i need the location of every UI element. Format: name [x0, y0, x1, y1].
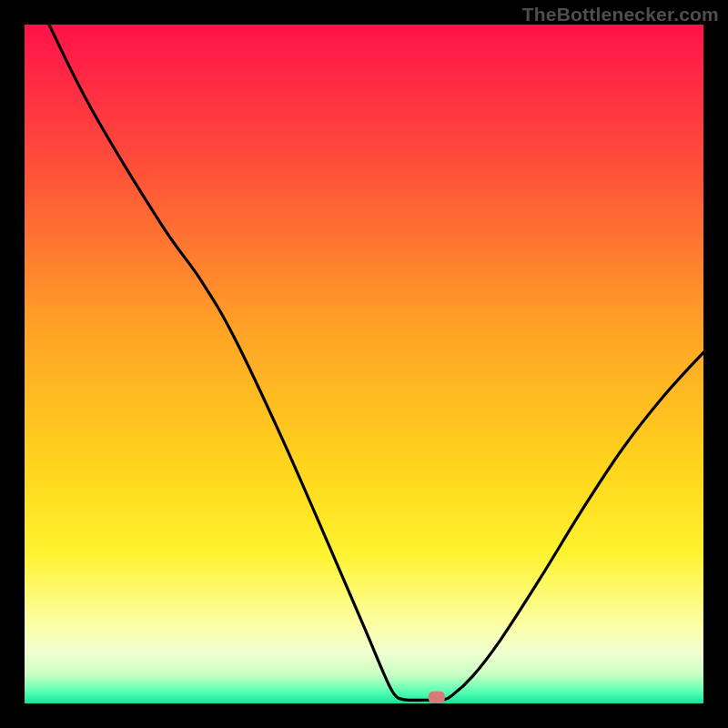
chart-stage: TheBottlenecker.com	[0, 0, 728, 728]
chart-canvas	[0, 0, 728, 728]
watermark-text: TheBottlenecker.com	[522, 4, 719, 25]
chart-canvas-wrap	[0, 0, 728, 728]
